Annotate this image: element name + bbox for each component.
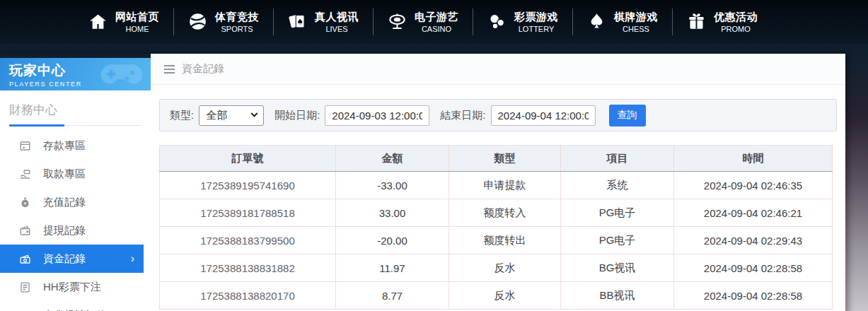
document-icon <box>19 281 31 293</box>
banknote-icon <box>19 253 31 265</box>
nav-item-lottery[interactable]: 彩票游戏LOTTERY <box>473 10 572 34</box>
table-cell: 8.77 <box>336 282 449 310</box>
table-cell: 2024-09-04 02:46:35 <box>674 172 833 199</box>
spade-icon <box>587 12 606 31</box>
content-panel: 玩家中心 PLAYERS CENTER 財務中心 存款專區›取款專區›充值記錄›… <box>0 54 845 311</box>
card-terminal-icon <box>19 140 31 152</box>
sidebar-item-withdrawal-records[interactable]: 提現記錄› <box>0 216 151 245</box>
nav-label-en: LOTTERY <box>519 24 555 34</box>
table-row: 1725389195741690-33.00申请提款系统2024-09-04 0… <box>160 172 833 199</box>
nav-label-en: PROMO <box>721 24 751 34</box>
sidebar-section: 財務中心 <box>0 90 151 126</box>
top-nav: 网站首页HOME体育竞技SPORTS真人视讯LIVES电子游艺CASINO彩票游… <box>0 0 868 44</box>
nav-item-casino[interactable]: 电子游艺CASINO <box>374 10 473 34</box>
table-cell: PG电子 <box>561 227 674 254</box>
table-cell: 2024-09-04 02:46:21 <box>674 199 833 227</box>
funds-table-wrap: 訂單號金額類型項目時間 1725389195741690-33.00申请提款系统… <box>159 145 837 310</box>
section-divider <box>9 125 141 126</box>
sidebar-item-label: 麻雀投註記錄 <box>43 309 107 311</box>
nav-label-zh: 优惠活动 <box>714 10 758 24</box>
hand-money-icon <box>19 168 31 180</box>
table-row: 17253881388201708.77反水BB视讯2024-09-04 02:… <box>160 282 833 310</box>
type-select[interactable]: 全部 <box>199 105 264 126</box>
table-cell: -20.00 <box>336 227 449 254</box>
column-header: 時間 <box>674 146 833 172</box>
main-area: 資金記錄 類型: 全部 開始日期: 結束日期: 查詢 訂單號金額類型項目時間 1 <box>151 54 845 311</box>
breadcrumb: 資金記錄 <box>151 54 845 85</box>
start-date-label: 開始日期: <box>274 109 320 122</box>
table-cell: BB视讯 <box>561 282 674 310</box>
nav-label-en: CHESS <box>623 24 649 34</box>
table-header-row: 訂單號金額類型項目時間 <box>160 146 833 172</box>
table-cell: 33.00 <box>336 199 449 227</box>
nav-item-labels: 优惠活动PROMO <box>714 10 758 34</box>
sidebar-item-recharge-records[interactable]: 充值記錄› <box>0 188 151 216</box>
table-cell: 1725388138831882 <box>160 254 336 282</box>
nav-label-en: HOME <box>126 24 149 34</box>
roulette-icon <box>388 12 407 31</box>
nav-item-promo[interactable]: 优惠活动PROMO <box>673 10 772 34</box>
query-button[interactable]: 查詢 <box>609 105 646 127</box>
table-row: 1725388183799500-20.00额度转出PG电子2024-09-04… <box>160 227 833 254</box>
column-header: 項目 <box>561 146 674 172</box>
nav-item-labels: 网站首页HOME <box>115 10 159 34</box>
nav-item-home[interactable]: 网站首页HOME <box>74 10 173 34</box>
nav-item-chess[interactable]: 棋牌游戏CHESS <box>573 10 672 34</box>
playing-cards-icon <box>288 12 307 31</box>
money-bag-icon <box>19 196 31 209</box>
sidebar-item-label: 資金記錄 <box>43 252 86 266</box>
table-cell: 2024-09-04 02:28:58 <box>674 254 833 282</box>
table-cell: 系统 <box>561 172 674 199</box>
gamepad-icon <box>97 60 146 90</box>
sidebar-item-label: 取款專區 <box>43 168 86 181</box>
nav-label-zh: 真人视讯 <box>315 10 359 24</box>
sidebar-item-hh-lottery-bets[interactable]: HH彩票下注› <box>0 273 151 301</box>
nav-label-zh: 彩票游戏 <box>514 10 558 24</box>
table-cell: 1725389181788518 <box>160 199 336 227</box>
filter-bar: 類型: 全部 開始日期: 結束日期: 查詢 <box>159 99 837 131</box>
sports-ball-icon <box>188 12 207 31</box>
table-cell: 11.97 <box>336 254 449 282</box>
sidebar-menu: 存款專區›取款專區›充值記錄›提現記錄›資金記錄›HH彩票下注›麻雀投註記錄› <box>0 131 151 311</box>
menu-icon[interactable] <box>164 63 175 76</box>
main-body: 類型: 全部 開始日期: 結束日期: 查詢 訂單號金額類型項目時間 172538… <box>151 85 845 310</box>
chevron-down-icon <box>251 110 258 117</box>
sidebar-item-funds-records[interactable]: 資金記錄› <box>0 245 144 273</box>
column-header: 金額 <box>336 146 449 172</box>
start-date-input[interactable] <box>325 105 429 126</box>
table-cell: 反水 <box>449 282 561 310</box>
sidebar-item-deposit-zone[interactable]: 存款專區› <box>0 131 151 160</box>
nav-label-en: LIVES <box>325 24 347 34</box>
nav-label-zh: 体育竞技 <box>215 10 259 24</box>
table-cell: 1725389195741690 <box>160 172 336 199</box>
gift-icon <box>687 12 706 31</box>
table-cell: -33.00 <box>336 172 449 199</box>
nav-item-labels: 电子游艺CASINO <box>415 10 458 34</box>
sidebar-section-label: 財務中心 <box>9 102 141 118</box>
nav-label-zh: 棋牌游戏 <box>614 10 658 24</box>
sidebar: 玩家中心 PLAYERS CENTER 財務中心 存款專區›取款專區›充值記錄›… <box>0 54 151 311</box>
table-cell: 1725388138820170 <box>160 282 336 310</box>
end-date-label: 結束日期: <box>440 109 485 122</box>
end-date-input[interactable] <box>491 105 596 126</box>
sidebar-item-label: 提現記錄 <box>43 224 86 237</box>
sidebar-item-withdraw-zone[interactable]: 取款專區› <box>0 160 151 188</box>
table-cell: 额度转入 <box>449 199 561 227</box>
chevron-right-icon: › <box>131 253 134 264</box>
nav-item-labels: 彩票游戏LOTTERY <box>514 10 558 34</box>
column-header: 訂單號 <box>160 146 336 172</box>
page-title: 資金記錄 <box>182 62 224 76</box>
wallet-icon <box>19 225 31 237</box>
table-cell: 2024-09-04 02:29:43 <box>674 227 833 254</box>
table-cell: 反水 <box>449 254 561 282</box>
nav-label-zh: 网站首页 <box>115 10 159 24</box>
nav-item-sports[interactable]: 体育竞技SPORTS <box>174 10 273 34</box>
sidebar-body: 財務中心 存款專區›取款專區›充值記錄›提現記錄›資金記錄›HH彩票下注›麻雀投… <box>0 90 151 311</box>
type-select-value: 全部 <box>206 109 227 122</box>
nav-label-zh: 电子游艺 <box>415 10 458 24</box>
nav-item-labels: 棋牌游戏CHESS <box>614 10 658 34</box>
sidebar-item-mahjong-bet-records[interactable]: 麻雀投註記錄› <box>0 301 151 311</box>
nav-item-lives[interactable]: 真人视讯LIVES <box>274 10 373 34</box>
table-cell: 额度转出 <box>449 227 561 254</box>
table-cell: PG电子 <box>561 199 674 227</box>
